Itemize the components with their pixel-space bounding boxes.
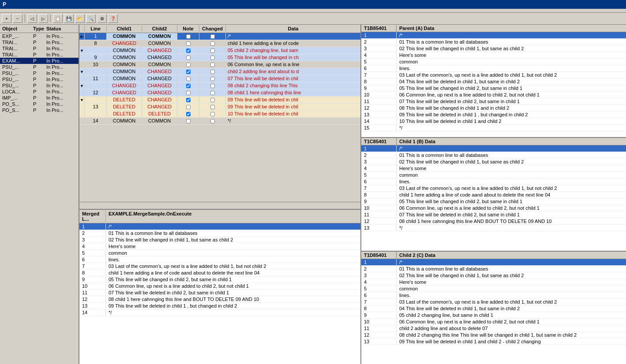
table-row[interactable]: 905 This line will be changed in child 2… [361, 198, 626, 205]
table-row[interactable]: 1410 This line will be deleted in child … [361, 118, 626, 125]
note-checkbox[interactable] [177, 104, 199, 110]
table-row[interactable]: ►1COMMONCOMMON/* [79, 33, 360, 40]
section-body[interactable]: 1/*201 This is a common line to all data… [361, 145, 626, 250]
note-checkbox[interactable] [177, 82, 199, 89]
table-row[interactable]: ▼COMMONCHANGEDchild 2 adding line and ab… [79, 68, 360, 75]
table-row[interactable]: 804 This line will be deleted in child 1… [361, 78, 626, 85]
note-checkbox[interactable] [177, 47, 199, 54]
table-row[interactable]: 905 This line will be changed in child 2… [79, 276, 360, 283]
table-row[interactable]: 201 This is a common line to all databas… [79, 230, 360, 237]
table-row[interactable]: 13DELETEDCHANGED09 This line will be del… [79, 104, 360, 111]
table-row[interactable]: 6lines. [79, 256, 360, 263]
changed-checkbox[interactable] [199, 68, 226, 75]
table-row[interactable]: 6lines. [361, 65, 626, 72]
toolbar-search-button[interactable]: 🔍 [86, 14, 96, 23]
toolbar-next-button[interactable]: ▷ [38, 14, 48, 23]
table-row[interactable]: 703 Last of the common's, up next is a l… [79, 263, 360, 270]
table-row[interactable]: 302 This line will be changed in child 1… [79, 237, 360, 243]
table-row[interactable]: 1309 This line will be deleted in child … [79, 303, 360, 309]
note-checkbox[interactable] [177, 97, 199, 103]
section-body[interactable]: 1/*201 This is a common line to all data… [361, 32, 626, 137]
table-row[interactable]: 1/* [361, 259, 626, 266]
table-row[interactable]: 8CHANGEDCOMMONchild 1 here adding a line… [79, 40, 360, 47]
table-row[interactable]: 5common [361, 59, 626, 65]
table-row[interactable]: 5common [79, 250, 360, 256]
note-checkbox[interactable] [177, 33, 199, 40]
table-row[interactable]: 703 Last of the common's, up next is a l… [361, 185, 626, 192]
list-item[interactable]: TRAI...PIn Pro... [0, 52, 79, 58]
changed-checkbox[interactable] [199, 61, 226, 68]
table-row[interactable]: 1208 child 1 here cahnnging this line AN… [361, 218, 626, 225]
list-item[interactable]: PO_S...PIn Pro... [0, 107, 79, 113]
table-row[interactable]: 4Here's some [361, 52, 626, 59]
note-checkbox[interactable] [177, 75, 199, 82]
table-row[interactable]: 4Here's some [79, 243, 360, 250]
table-row[interactable]: 1006 Common line, up next is a line adde… [361, 205, 626, 212]
merged-body[interactable]: 1/*201 This is a common line to all data… [79, 223, 360, 364]
changed-checkbox[interactable] [199, 54, 226, 61]
table-row[interactable]: 13*/ [361, 225, 626, 231]
changed-checkbox[interactable] [199, 111, 226, 117]
section-body[interactable]: 1/*201 This is a common line to all data… [361, 259, 626, 364]
table-row[interactable]: 1107 This line will be deleted in child … [79, 290, 360, 296]
note-checkbox[interactable] [177, 54, 199, 61]
table-row[interactable]: ▼COMMONCHANGED05 child 2 changing line, … [79, 47, 360, 54]
table-row[interactable]: 1208 child 2 changing this line This lin… [361, 332, 626, 338]
changed-checkbox[interactable] [199, 47, 226, 54]
table-row[interactable]: 703 Last of the common's, up next is a l… [361, 72, 626, 78]
table-row[interactable]: DELETEDDELETED10 This line will be delet… [79, 111, 360, 118]
list-item[interactable]: PSU_...PIn Pro... [0, 76, 79, 82]
table-row[interactable]: 9COMMONCHANGED05 This line will be chang… [79, 54, 360, 61]
horizontal-scrollbar[interactable] [79, 202, 360, 209]
note-checkbox[interactable] [177, 89, 199, 96]
toolbar-copy-button[interactable]: 📋 [53, 14, 63, 23]
table-row[interactable]: 302 This line will be changed in child 1… [361, 45, 626, 52]
changed-checkbox[interactable] [199, 75, 226, 82]
table-row[interactable]: 1309 This line will be deleted in child … [361, 111, 626, 118]
changed-checkbox[interactable] [199, 97, 226, 103]
changed-checkbox[interactable] [199, 104, 226, 110]
list-item[interactable]: PSU_...PIn Pro... [0, 82, 79, 89]
table-row[interactable]: 10COMMONCOMMON06 Common line, up next is… [79, 61, 360, 68]
changed-checkbox[interactable] [199, 82, 226, 89]
table-row[interactable]: 804 This line will be deleted in child 1… [361, 305, 626, 312]
toolbar-add-button[interactable]: + [2, 14, 11, 23]
list-item[interactable]: IMP_...PIn Pro... [0, 95, 79, 101]
changed-checkbox[interactable] [199, 33, 226, 40]
toolbar-save-button[interactable]: 💾 [64, 14, 74, 23]
table-row[interactable]: 1006 Common line, up next is a line adde… [79, 283, 360, 290]
table-row[interactable]: 201 This is a common line to all databas… [361, 152, 626, 159]
table-row[interactable]: 1107 This line will be deleted in child … [361, 212, 626, 218]
list-item[interactable]: LOCA...PIn Pro... [0, 89, 79, 95]
menu-help[interactable] [19, 10, 25, 11]
table-row[interactable]: ▼DELETEDCHANGED09 This line will be dele… [79, 97, 360, 104]
toolbar-open-button[interactable]: 📂 [75, 14, 85, 23]
toolbar-help-button[interactable]: ❓ [108, 14, 118, 23]
note-checkbox[interactable] [177, 111, 199, 117]
table-row[interactable]: 703 Last of the common's, up next is a l… [361, 299, 626, 305]
table-row[interactable]: 6lines. [361, 178, 626, 185]
table-row[interactable]: 6lines. [361, 292, 626, 299]
changed-checkbox[interactable] [199, 89, 226, 96]
toolbar-remove-button[interactable]: − [13, 14, 22, 23]
changed-checkbox[interactable] [199, 118, 226, 124]
list-item[interactable]: PSU_...PIn Pro... [0, 64, 79, 70]
table-row[interactable]: 11child 2 adding line and about to delet… [361, 325, 626, 332]
table-row[interactable]: 905 child 2 changing line, but same in c… [361, 312, 626, 319]
note-checkbox[interactable] [177, 68, 199, 75]
table-row[interactable]: 1208 child 1 here cahnnging this line an… [79, 296, 360, 303]
table-row[interactable]: 8child 1 here adding a line of code aand… [361, 192, 626, 198]
table-row[interactable]: 1107 This line will be deleted in child … [361, 98, 626, 105]
table-row[interactable]: 5common [361, 286, 626, 292]
list-item[interactable]: EXAM...PIn Pro... [0, 58, 79, 64]
table-row[interactable]: 201 This is a common line to all databas… [361, 39, 626, 45]
table-row[interactable]: 1309 This line will be deleted in child … [361, 338, 626, 345]
note-checkbox[interactable] [177, 40, 199, 47]
table-row[interactable]: 12CHANGEDCHANGED08 child 1 here cahnngin… [79, 89, 360, 97]
table-row[interactable]: 1/* [79, 223, 360, 230]
table-row[interactable]: 905 This line will be changed in child 2… [361, 85, 626, 92]
table-row[interactable]: 1006 Common line, up next is a line adde… [361, 92, 626, 98]
table-row[interactable]: 1/* [361, 32, 626, 39]
table-row[interactable]: 4Here's some [361, 279, 626, 286]
table-row[interactable]: 1/* [361, 145, 626, 152]
